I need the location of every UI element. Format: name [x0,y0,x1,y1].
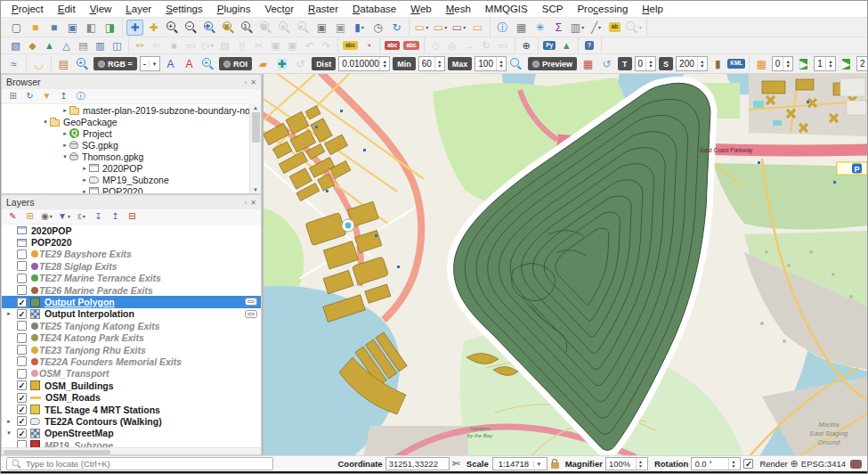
expand-arrow-icon[interactable]: ▾ [4,429,13,437]
scp-zoom-plus-icon[interactable]: + [199,56,216,72]
layer-visibility-checkbox[interactable] [17,321,27,331]
scp-step-1[interactable]: 1▲▼ [814,56,836,71]
expand-arrow-icon[interactable]: ▸ [80,188,89,194]
browser-add-layer-icon[interactable]: ⊞ [6,90,20,102]
cut-features-icon[interactable]: ✂ [251,38,266,53]
menu-mmqgis[interactable]: MMQGIS [478,2,535,16]
change-label-properties-icon[interactable]: ▭ [496,38,511,53]
scp-step-0[interactable]: 0▲▼ [772,56,794,71]
open-attribute-table-icon[interactable]: ▦ [513,20,530,36]
magnifier-spinbox[interactable]: 100%▲▼ [605,457,648,470]
current-edits-icon[interactable]: ✏ [133,38,148,53]
layer-visibility-checkbox[interactable]: ✓ [17,393,27,403]
layer-item-osm-roads[interactable]: ✓OSM_Roads [2,391,261,403]
open-layer-styling-icon[interactable]: ✎ [6,210,20,223]
browser-dock-icon[interactable]: ▫ [244,78,247,86]
layer-item-output-polygon[interactable]: ✓Output Polygon [2,296,261,307]
browser-item-project[interactable]: ▸QProject [2,127,249,139]
browser-refresh-icon[interactable]: ↻ [23,90,37,102]
layer-item-2020pop[interactable]: 2020POP [2,225,261,236]
layer-visibility-checkbox[interactable] [17,345,27,355]
save-project-icon[interactable]: ■ [45,20,62,36]
python-console-icon[interactable]: Py [542,38,557,53]
layer-visibility-checkbox[interactable]: ✓ [17,380,27,390]
add-delimited-text-layer-icon[interactable]: ▤ [76,38,91,53]
layers-dock-icon[interactable]: ▫ [244,199,247,207]
new-map-view-icon[interactable]: ▣ [313,20,330,36]
new-print-layout-icon[interactable]: ▣ [64,20,81,36]
layer-item-osm-transport[interactable]: OSM_Transport [2,368,261,380]
remove-layer-icon[interactable]: ⊟ [126,210,139,223]
layer-item-te23-tanjong-rhu-exits[interactable]: TE23 Tanjong Rhu Exits [2,344,261,356]
select-by-location-icon[interactable]: ▭ [469,20,486,36]
processing-toolbox-icon[interactable]: ✳ [531,20,548,36]
add-mesh-layer-icon[interactable]: △ [59,38,74,53]
select-features-icon[interactable]: ▭▾ [413,20,430,36]
scp-menu-icon[interactable]: ◡ [30,56,47,72]
filter-legend-icon[interactable]: ▼▾ [57,210,71,223]
scp-min-value[interactable]: 60▲▼ [418,56,445,71]
toggle-unplaced-labels-icon[interactable]: abc [402,38,419,53]
scale-combobox[interactable]: 1:14718▾ [492,457,548,470]
layer-item-te22a-contours-walking[interactable]: ▸✓TE22A Contours (Walking) [2,415,261,427]
measure-line-icon[interactable]: ╱▾ [588,20,604,36]
rotate-label-icon[interactable]: ↻ [479,38,494,53]
menu-view[interactable]: View [83,2,119,16]
coordinate-field[interactable]: 31251,33222 [385,457,450,470]
scp-dist-value[interactable]: 0.010000▲▼ [338,56,390,71]
menu-plugins[interactable]: Plugins [210,2,258,16]
metasearch-icon[interactable]: ⊕ [519,38,534,53]
menu-layer[interactable]: Layer [118,2,158,16]
save-layer-edits-icon[interactable]: ■ [166,38,182,53]
zoom-out-icon[interactable]: − [183,20,199,36]
layer-visibility-checkbox[interactable] [17,261,27,271]
scroll-up-icon[interactable]: ▲ [253,105,258,110]
memory-layer-indicator-icon[interactable] [245,310,257,318]
layer-item-openstreetmap[interactable]: ▾✓OpenStreetMap [2,428,261,439]
expand-arrow-icon[interactable]: ▸ [4,310,13,317]
expand-arrow-icon[interactable]: ▾ [41,118,50,126]
scp-roi-pointer-icon[interactable]: ✚ [273,56,290,72]
scp-run-2-icon[interactable]: ▶ [838,56,855,72]
highlight-pinned-labels-icon[interactable]: abc [384,38,401,53]
layer-visibility-checkbox[interactable]: ✓ [17,429,27,438]
add-wms-layer-icon[interactable]: ◫ [110,38,125,53]
layer-visibility-checkbox[interactable] [17,356,27,366]
browser-item-master-plan-2019-subzone-boundary-no-sea[interactable]: ▸master-plan-2019-subzone-boundary-no-se… [2,104,249,116]
scp-roi-redo-icon[interactable]: ↺ [292,56,309,72]
scp-band-zoom-icon[interactable]: + [74,56,91,72]
zoom-last-icon[interactable]: ◂ [276,20,293,36]
layer-item-tel-stage-4-mrt-stations[interactable]: ✓TEL Stage 4 MRT Stations [2,404,261,415]
layers-close-icon[interactable]: ✕ [250,199,256,207]
toggle-editing-icon[interactable]: ✏ [150,38,165,53]
expand-arrow-icon[interactable]: ▾ [61,153,69,160]
new-3d-map-view-icon[interactable]: ▣ [332,20,349,36]
add-group-icon[interactable]: ⊞ [23,210,37,223]
map-tips-icon[interactable]: ab [606,20,623,36]
layer-item-te26-marine-parade-exits[interactable]: TE26 Marine Parade Exits [2,284,261,296]
layer-visibility-checkbox[interactable]: ✓ [17,309,27,319]
menu-scp[interactable]: SCP [535,2,571,16]
scp-spectral-plot-icon[interactable]: ≈ [5,56,22,72]
scp-roi-polygon-icon[interactable]: ▰ [255,56,272,72]
layer-visibility-checkbox[interactable]: ✓ [17,405,27,414]
add-postgis-layer-icon[interactable]: ▥ [93,38,108,53]
layer-visibility-checkbox[interactable]: ✓ [17,416,27,426]
browser-item-pop2020[interactable]: ▸POP2020 [2,185,249,193]
add-feature-icon[interactable]: ▭ [183,38,199,53]
layer-visibility-checkbox[interactable] [17,333,27,343]
layer-item-pop2020[interactable]: POP2020 [2,236,261,248]
refresh-map-icon[interactable]: ↻ [388,20,405,36]
paste-features-icon[interactable]: ▣ [285,38,300,53]
help-contents-icon[interactable]: ? [582,38,597,53]
extents-toggle-icon[interactable]: ✄ [452,458,460,470]
move-label-icon[interactable]: ↔ [462,38,477,53]
layer-visibility-checkbox[interactable] [17,249,27,259]
expand-all-icon[interactable]: ↧ [92,210,105,223]
layers-hscrollbar[interactable] [2,447,261,454]
browser-close-icon[interactable]: ✕ [250,78,256,86]
scp-classification-grid-icon[interactable]: ▦ [753,56,770,72]
menu-processing[interactable]: Processing [570,2,635,16]
zoom-next-icon[interactable]: ▸ [295,20,312,36]
field-calculator-icon[interactable]: ▥▾ [569,20,586,36]
